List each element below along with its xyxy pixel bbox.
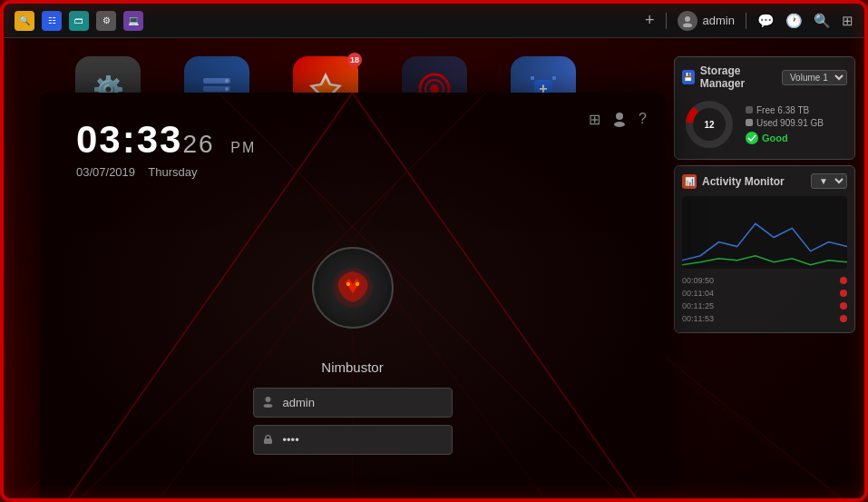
clock-ampm: PM <box>230 140 256 155</box>
taskbar-icon-monitor[interactable]: 💻 <box>123 11 143 31</box>
lock-user-button[interactable] <box>611 111 628 131</box>
app-central-badge: 18 <box>347 53 362 67</box>
svg-rect-19 <box>531 76 534 80</box>
lock-grid-button[interactable]: ⊞ <box>589 111 600 131</box>
activity-graph-svg <box>682 196 847 269</box>
activity-widget: 📊 Activity Monitor ▼ 00:09:50 <box>674 165 855 333</box>
storage-donut-chart: 12 <box>682 97 736 152</box>
taskbar: 🔍 ☷ 🗃 ⚙ 💻 + admin <box>4 4 864 38</box>
activity-item-2: 00:11:04 <box>682 287 847 300</box>
svg-point-50 <box>356 282 359 286</box>
username-input[interactable] <box>253 388 453 418</box>
storage-status-badge: Good <box>746 132 847 144</box>
admin-avatar <box>678 11 697 31</box>
storage-content: 12 Free 6.38 TB Used 909.91 GB <box>682 97 847 152</box>
activity-item-4-status <box>840 315 847 322</box>
storage-free-label: Free 6.38 TB <box>756 105 809 115</box>
clock-area: 03:3326 PM 03/07/2019 Thursday <box>76 118 256 179</box>
username-icon <box>262 396 274 410</box>
storage-widget-icon: 💾 <box>682 70 695 84</box>
activity-list: 00:09:50 00:11:04 00:11:25 00:11:53 <box>682 274 847 325</box>
clock-hours-minutes: 03:3326 <box>76 118 227 161</box>
desktop: 🔍 ☷ 🗃 ⚙ 💻 + admin <box>4 4 864 498</box>
activity-item-1-status <box>840 277 847 284</box>
lock-screen: 03:3326 PM 03/07/2019 Thursday ⊞ ? <box>40 93 665 498</box>
activity-select[interactable]: ▼ <box>811 173 847 189</box>
svg-rect-53 <box>264 438 272 444</box>
activity-item-3-status <box>840 302 847 310</box>
activity-item-2-time: 00:11:04 <box>682 289 714 298</box>
storage-free-row: Free 6.38 TB <box>746 105 847 115</box>
svg-point-46 <box>616 113 623 120</box>
password-icon <box>262 433 274 448</box>
storage-details: Free 6.38 TB Used 909.91 GB Good <box>746 105 847 144</box>
activity-graph-area <box>682 196 847 269</box>
svg-point-52 <box>263 404 272 408</box>
svg-rect-20 <box>552 76 556 80</box>
clock-bold-part: 03:33 <box>76 118 182 161</box>
svg-point-51 <box>265 397 270 402</box>
username-field <box>253 388 453 418</box>
desktop-background: ⚙️ Settings Storage Manager <box>4 38 864 498</box>
grid-icon[interactable]: ⊞ <box>842 13 853 29</box>
clock-date: 03/07/2019 Thursday <box>76 165 256 179</box>
activity-item-1-time: 00:09:50 <box>682 276 714 285</box>
storage-used-row: Used 909.91 GB <box>746 118 847 128</box>
activity-item-3-time: 00:11:25 <box>682 301 714 310</box>
taskbar-divider2 <box>746 13 746 29</box>
storage-widget: 💾 Storage Manager Volume 1 12 <box>674 56 855 160</box>
svg-point-11 <box>225 79 229 83</box>
right-panel: 💾 Storage Manager Volume 1 12 <box>674 56 855 333</box>
svg-point-49 <box>346 282 350 286</box>
taskbar-icon-files[interactable]: 🗃 <box>69 11 89 31</box>
login-title: Nimbustor <box>253 359 453 375</box>
taskbar-icon-apps[interactable]: ☷ <box>42 11 62 31</box>
activity-item-1: 00:09:50 <box>682 274 847 287</box>
taskbar-right: + admin 💬 🕐 🔍 ⊞ <box>645 11 853 31</box>
admin-section: admin <box>678 11 735 31</box>
activity-item-3: 00:11:25 <box>682 300 847 312</box>
clock-icon[interactable]: 🕐 <box>785 13 803 29</box>
storage-widget-header: 💾 Storage Manager Volume 1 <box>682 64 847 90</box>
used-dot <box>746 119 753 126</box>
storage-percent-label: 12 <box>682 97 736 152</box>
activity-widget-title: Activity Monitor <box>702 175 785 188</box>
activity-widget-header: 📊 Activity Monitor ▼ <box>682 173 847 189</box>
password-input[interactable] <box>253 425 453 455</box>
svg-point-47 <box>614 122 625 127</box>
lock-controls: ⊞ ? <box>589 111 647 131</box>
taskbar-icon-settings[interactable]: ⚙ <box>96 11 116 31</box>
svg-point-38 <box>746 132 758 144</box>
activity-widget-icon: 📊 <box>682 174 697 189</box>
lock-help-button[interactable]: ? <box>639 111 647 131</box>
storage-status-label: Good <box>762 133 788 143</box>
search-icon[interactable]: 🔍 <box>814 13 831 29</box>
storage-widget-title: Storage Manager <box>700 64 776 90</box>
clock-day-value: Thursday <box>148 165 197 179</box>
chat-icon[interactable]: 💬 <box>757 13 775 29</box>
dragon-logo <box>312 247 394 329</box>
clock-seconds: 26 <box>182 130 214 158</box>
taskbar-divider <box>666 13 667 29</box>
volume-select[interactable]: Volume 1 <box>782 70 847 85</box>
taskbar-plus-button[interactable]: + <box>645 11 655 30</box>
password-field <box>253 425 453 455</box>
activity-item-2-status <box>840 290 847 297</box>
admin-label: admin <box>703 14 735 27</box>
nimbustor-label: Nimbustor <box>321 359 383 375</box>
storage-used-label: Used 909.91 GB <box>756 118 824 128</box>
login-form: Nimbustor <box>253 359 453 462</box>
activity-item-4-time: 00:11:53 <box>682 314 714 323</box>
free-dot <box>746 106 753 113</box>
svg-point-1 <box>683 23 692 27</box>
clock-display: 03:3326 PM <box>76 118 256 162</box>
svg-point-12 <box>225 87 229 91</box>
activity-item-4: 00:11:53 <box>682 312 847 325</box>
taskbar-left: 🔍 ☷ 🗃 ⚙ 💻 <box>15 11 143 31</box>
taskbar-icon-finder[interactable]: 🔍 <box>15 11 34 31</box>
svg-point-0 <box>685 16 690 22</box>
clock-date-value: 03/07/2019 <box>76 165 135 179</box>
